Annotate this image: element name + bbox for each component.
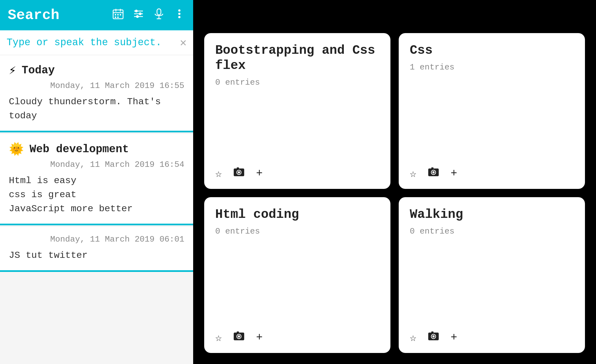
topic-entries-count: 0 entries bbox=[215, 227, 379, 324]
svg-point-13 bbox=[139, 12, 142, 15]
camera-icon[interactable] bbox=[233, 330, 245, 345]
topic-card[interactable]: Html coding 0 entries ☆ + bbox=[204, 197, 390, 353]
topic-card[interactable]: Css 1 entries ☆ + bbox=[399, 33, 585, 189]
entry-header: ⚡ Today bbox=[9, 63, 184, 78]
topic-title: Css bbox=[410, 43, 574, 58]
topic-card[interactable]: Bootstrapping and Css flex 0 entries ☆ + bbox=[204, 33, 390, 189]
clear-search-button[interactable]: ✕ bbox=[180, 36, 187, 49]
mic-icon[interactable] bbox=[153, 8, 165, 23]
entry-card[interactable]: ⚡ Today Monday, 11 March 2019 16:55 Clou… bbox=[0, 55, 193, 132]
svg-point-12 bbox=[135, 10, 138, 12]
entry-card[interactable]: 🌞 Web development Monday, 11 March 2019 … bbox=[0, 134, 193, 225]
add-icon[interactable]: + bbox=[451, 331, 457, 344]
topic-card-actions: ☆ + bbox=[215, 166, 379, 181]
svg-rect-5 bbox=[117, 14, 119, 15]
star-icon[interactable]: ☆ bbox=[410, 331, 416, 344]
entry-body: Html is easy css is great JavaScript mor… bbox=[9, 174, 184, 216]
svg-point-18 bbox=[178, 9, 180, 12]
app-header: Search bbox=[0, 0, 193, 30]
camera-icon[interactable] bbox=[427, 166, 440, 181]
topic-title: Bootstrapping and Css flex bbox=[215, 43, 379, 73]
entry-date: Monday, 11 March 2019 16:54 bbox=[9, 160, 184, 169]
add-icon[interactable]: + bbox=[256, 331, 263, 344]
topic-entries-count: 1 entries bbox=[410, 63, 574, 160]
entry-title: Web development bbox=[30, 143, 129, 156]
topic-card[interactable]: Walking 0 entries ☆ + bbox=[399, 197, 585, 353]
camera-icon[interactable] bbox=[233, 166, 245, 181]
entry-title: Today bbox=[22, 64, 55, 77]
topic-entries-count: 0 entries bbox=[215, 78, 379, 160]
entry-body: JS tut twitter bbox=[9, 248, 184, 263]
calendar-icon[interactable] bbox=[112, 8, 124, 23]
svg-rect-36 bbox=[431, 331, 433, 333]
page-title: Search bbox=[8, 7, 112, 23]
more-icon[interactable] bbox=[173, 8, 185, 23]
svg-rect-28 bbox=[431, 167, 433, 169]
topic-card-actions: ☆ + bbox=[410, 166, 574, 181]
sliders-icon[interactable] bbox=[132, 8, 145, 23]
entry-card[interactable]: Monday, 11 March 2019 06:01 JS tut twitt… bbox=[0, 227, 193, 272]
svg-point-27 bbox=[432, 171, 435, 173]
search-bar: ✕ bbox=[0, 30, 193, 55]
entry-emoji: 🌞 bbox=[9, 142, 24, 157]
svg-rect-6 bbox=[120, 14, 121, 15]
svg-point-14 bbox=[136, 15, 139, 18]
header-icons bbox=[112, 8, 185, 23]
entry-list: ⚡ Today Monday, 11 March 2019 16:55 Clou… bbox=[0, 55, 193, 364]
entry-body: Cloudy thunderstorm. That's today bbox=[9, 95, 184, 123]
left-panel: Search bbox=[0, 0, 193, 364]
svg-rect-4 bbox=[115, 14, 116, 15]
search-input[interactable] bbox=[7, 37, 180, 48]
svg-rect-8 bbox=[117, 17, 119, 18]
topic-card-actions: ☆ + bbox=[215, 330, 379, 345]
topic-title: Walking bbox=[410, 207, 574, 222]
add-icon[interactable]: + bbox=[256, 167, 263, 180]
topic-card-actions: ☆ + bbox=[410, 330, 574, 345]
topic-entries-count: 0 entries bbox=[410, 227, 574, 324]
svg-point-35 bbox=[432, 335, 435, 338]
svg-rect-24 bbox=[237, 167, 239, 169]
star-icon[interactable]: ☆ bbox=[215, 167, 222, 180]
camera-icon[interactable] bbox=[427, 330, 440, 345]
entry-emoji: ⚡ bbox=[9, 63, 16, 78]
star-icon[interactable]: ☆ bbox=[410, 167, 416, 180]
topic-title: Html coding bbox=[215, 207, 379, 222]
entry-header: 🌞 Web development bbox=[9, 142, 184, 157]
svg-point-19 bbox=[178, 13, 180, 15]
entry-date: Monday, 11 March 2019 06:01 bbox=[9, 235, 184, 244]
right-panel: Bootstrapping and Css flex 0 entries ☆ +… bbox=[193, 0, 596, 364]
svg-point-20 bbox=[178, 16, 180, 18]
svg-rect-15 bbox=[157, 9, 161, 15]
svg-point-23 bbox=[238, 171, 240, 173]
topics-grid: Bootstrapping and Css flex 0 entries ☆ +… bbox=[204, 33, 585, 353]
star-icon[interactable]: ☆ bbox=[215, 331, 222, 344]
entry-date: Monday, 11 March 2019 16:55 bbox=[9, 81, 184, 90]
svg-rect-32 bbox=[237, 331, 239, 333]
svg-point-31 bbox=[238, 335, 240, 338]
add-icon[interactable]: + bbox=[451, 167, 457, 180]
svg-rect-7 bbox=[115, 17, 116, 18]
